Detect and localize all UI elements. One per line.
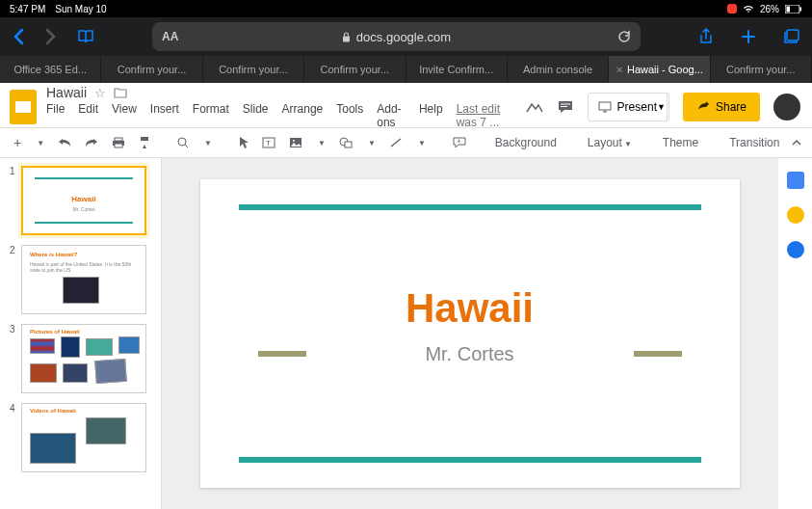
back-button[interactable] [12, 28, 25, 45]
svg-rect-8 [115, 138, 122, 141]
slides-logo-icon[interactable] [10, 90, 37, 124]
bookmarks-icon[interactable] [77, 29, 94, 44]
title-bar: Hawaii ☆ File Edit View Insert Format Sl… [0, 83, 812, 127]
slide-thumbnail[interactable]: Hawaii Mr. Cortes [21, 166, 146, 235]
status-date: Sun May 10 [55, 4, 106, 14]
reload-icon[interactable] [617, 30, 631, 43]
comment-tool[interactable]: + [449, 135, 470, 150]
svg-rect-3 [343, 36, 350, 41]
browser-tab[interactable]: Confirm your... [203, 56, 304, 83]
decoration-bar [239, 204, 701, 210]
menu-bar: File Edit View Insert Format Slide Arran… [46, 102, 516, 129]
svg-point-16 [293, 140, 295, 142]
battery-percent: 26% [760, 4, 779, 14]
slide-thumbnail[interactable]: Videos of Hawaii [21, 403, 146, 472]
wifi-icon [743, 4, 754, 13]
accent-bar [634, 351, 682, 357]
browser-tab[interactable]: Office 365 Ed... [0, 56, 101, 83]
slide-filmstrip[interactable]: 1 Hawaii Mr. Cortes 2 Where is Hawaii? H… [0, 158, 162, 509]
collapse-toolbar-icon[interactable] [791, 139, 802, 147]
comments-icon[interactable] [557, 99, 574, 115]
google-slides-app: Hawaii ☆ File Edit View Insert Format Sl… [0, 83, 812, 509]
last-edit-link[interactable]: Last edit was 7 ... [457, 102, 516, 129]
layout-button[interactable]: Layout▼ [582, 132, 638, 153]
new-slide-dropdown[interactable]: ▼ [33, 137, 48, 149]
menu-insert[interactable]: Insert [150, 102, 179, 129]
browser-tab[interactable]: Confirm your... [711, 56, 812, 83]
recording-indicator-icon [727, 4, 737, 13]
explore-icon[interactable] [526, 100, 543, 114]
move-folder-icon[interactable] [114, 87, 127, 98]
browser-tab[interactable]: Confirm your... [101, 56, 202, 83]
safari-toolbar: AA docs.google.com [0, 17, 812, 56]
svg-rect-1 [787, 6, 791, 12]
share-icon[interactable] [698, 28, 714, 45]
calendar-addon-icon[interactable] [787, 172, 804, 189]
theme-button[interactable]: Theme [657, 132, 704, 153]
svg-rect-6 [561, 106, 567, 107]
slide-number: 4 [10, 403, 17, 472]
svg-rect-7 [599, 102, 611, 110]
menu-addons[interactable]: Add-ons [377, 102, 406, 129]
transition-button[interactable]: Transition [723, 132, 785, 153]
slide-thumbnail[interactable]: Where is Hawaii? Hawaii is part of the U… [21, 245, 146, 314]
account-avatar[interactable] [773, 94, 800, 121]
text-size-button[interactable]: AA [162, 30, 178, 43]
menu-help[interactable]: Help [419, 102, 443, 129]
browser-tab-strip: Office 365 Ed... Confirm your... Confirm… [0, 56, 812, 83]
background-button[interactable]: Background [489, 132, 563, 153]
address-bar[interactable]: AA docs.google.com [152, 22, 641, 51]
slide-thumbnail[interactable]: Pictures of Hawaii [21, 324, 146, 393]
svg-rect-18 [345, 142, 352, 147]
slide-number: 1 [10, 166, 17, 235]
ipad-status-bar: 5:47 PM Sun May 10 26% [0, 0, 812, 17]
forward-button[interactable] [44, 28, 58, 45]
present-dropdown[interactable]: ▼ [654, 93, 669, 121]
redo-button[interactable] [81, 135, 102, 150]
menu-slide[interactable]: Slide [243, 102, 269, 129]
svg-text:T: T [266, 139, 271, 147]
status-time: 5:47 PM [10, 4, 45, 14]
new-tab-icon[interactable] [741, 29, 756, 44]
menu-edit[interactable]: Edit [78, 102, 98, 129]
menu-file[interactable]: File [46, 102, 65, 129]
slide-number: 3 [10, 324, 17, 393]
star-icon[interactable]: ☆ [94, 86, 106, 100]
undo-button[interactable] [54, 135, 75, 150]
svg-rect-10 [115, 144, 122, 147]
menu-view[interactable]: View [112, 102, 137, 129]
slide-number: 2 [10, 245, 17, 314]
textbox-tool[interactable]: T [258, 135, 279, 150]
battery-icon [785, 5, 802, 13]
side-panel [777, 158, 812, 509]
tasks-addon-icon[interactable] [787, 241, 804, 258]
svg-point-12 [178, 138, 186, 146]
slide-title[interactable]: Hawaii [200, 285, 740, 332]
browser-tab-active[interactable]: ✕Hawaii - Goog... [609, 56, 710, 83]
keep-addon-icon[interactable] [787, 206, 804, 224]
slide-canvas[interactable]: Hawaii Mr. Cortes [200, 179, 740, 488]
menu-arrange[interactable]: Arrange [282, 102, 324, 129]
new-slide-button[interactable]: + [10, 133, 25, 152]
tabs-overview-icon[interactable] [783, 29, 800, 44]
image-tool[interactable] [285, 135, 306, 150]
share-button[interactable]: Share [683, 93, 760, 121]
slide-canvas-area[interactable]: Hawaii Mr. Cortes [162, 158, 777, 509]
svg-rect-2 [800, 7, 802, 11]
decoration-bar [239, 457, 701, 463]
toolbar: + ▼ ▼ T ▼ ▼ ▼ + Background Layout▼ Theme… [0, 127, 812, 158]
zoom-button[interactable] [173, 135, 193, 150]
browser-tab[interactable]: Admin console [508, 56, 609, 83]
menu-format[interactable]: Format [193, 102, 229, 129]
document-title[interactable]: Hawaii [46, 85, 87, 100]
close-icon[interactable]: ✕ [616, 65, 623, 75]
browser-tab[interactable]: Invite Confirm... [406, 56, 508, 83]
shape-tool[interactable] [335, 135, 356, 150]
menu-tools[interactable]: Tools [336, 102, 363, 129]
paint-format-button[interactable] [135, 134, 154, 151]
print-button[interactable] [108, 135, 129, 150]
line-tool[interactable] [385, 135, 406, 150]
browser-tab[interactable]: Confirm your... [304, 56, 406, 83]
select-tool[interactable] [235, 134, 252, 151]
svg-text:+: + [457, 138, 460, 145]
